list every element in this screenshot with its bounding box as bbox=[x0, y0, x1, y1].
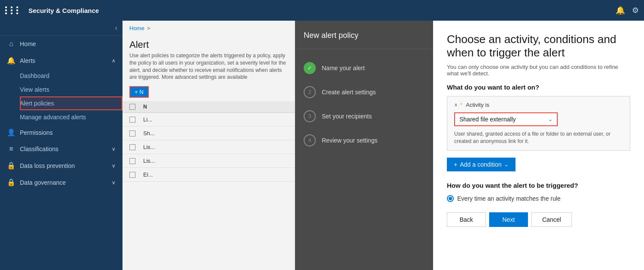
main-content: Home > Alert Use alert policies to categ… bbox=[123, 21, 644, 270]
trigger-title: How do you want the alert to be triggere… bbox=[447, 182, 630, 189]
row-checkbox-5[interactable] bbox=[129, 172, 135, 178]
wizard-step-recipients[interactable]: 3 Set your recipients bbox=[295, 104, 433, 128]
breadcrumb: Home > bbox=[123, 21, 295, 36]
wizard-step-name[interactable]: ✓ Name your alert bbox=[295, 56, 433, 80]
row-checkbox-3[interactable] bbox=[129, 144, 135, 150]
row-name-3: Lis... bbox=[143, 144, 288, 150]
breadcrumb-separator: > bbox=[147, 25, 151, 31]
sidebar-label-alerts: Alerts bbox=[20, 57, 35, 64]
lock-icon: 🔒 bbox=[7, 161, 16, 170]
manage-advanced-label: Manage advanced alerts bbox=[20, 114, 86, 121]
alert-table: N Li... Sh... Lis... Lis... bbox=[123, 101, 295, 270]
breadcrumb-home[interactable]: Home bbox=[129, 25, 145, 31]
right-panel: Choose an activity, conditions and when … bbox=[433, 21, 644, 270]
sidebar-label-governance: Data governance bbox=[20, 179, 66, 186]
trigger-radio-button[interactable] bbox=[447, 195, 454, 202]
row-name-5: El... bbox=[143, 171, 288, 178]
sidebar-label-home: Home bbox=[20, 40, 36, 47]
step-label-name: Name your alert bbox=[322, 65, 365, 71]
trigger-option-label: Every time an activity matches the rule bbox=[457, 195, 561, 202]
alert-policies-label: Alert policies bbox=[20, 100, 54, 107]
chevron-up-icon: ∧ bbox=[112, 58, 116, 64]
alert-list-desc: Use alert policies to categorize the ale… bbox=[129, 52, 288, 81]
collapse-icon[interactable]: ‹ bbox=[115, 24, 117, 32]
what-label: What do you want to alert on? bbox=[447, 84, 630, 91]
sidebar-item-dlp[interactable]: 🔒 Data loss prevention ∨ bbox=[0, 157, 123, 174]
add-condition-chevron-icon: ⌄ bbox=[504, 161, 509, 168]
alert-list-toolbar: + N bbox=[123, 83, 295, 101]
name-column-header: N bbox=[143, 104, 288, 110]
sidebar-item-alerts[interactable]: 🔔 Alerts ∧ bbox=[0, 52, 123, 69]
right-panel-title: Choose an activity, conditions and when … bbox=[447, 33, 630, 59]
row-checkbox-4[interactable] bbox=[129, 158, 135, 164]
step-circle-recipients: 3 bbox=[304, 110, 316, 122]
wizard-panel: New alert policy ✓ Name your alert 2 Cre… bbox=[295, 21, 433, 270]
sidebar-label-classifications: Classifications bbox=[20, 146, 58, 152]
sidebar-item-dashboard[interactable]: Dashboard bbox=[20, 69, 123, 83]
alert-list-panel: Home > Alert Use alert policies to categ… bbox=[123, 21, 295, 270]
bell-icon[interactable]: 🔔 bbox=[616, 6, 625, 15]
activity-is-label: Activity is bbox=[466, 102, 489, 108]
wizard-steps: ✓ Name your alert 2 Create alert setting… bbox=[295, 49, 433, 270]
sidebar-item-home[interactable]: ⌂ Home bbox=[0, 36, 123, 52]
wizard-step-settings[interactable]: 2 Create alert settings bbox=[295, 80, 433, 104]
trigger-radio-option[interactable]: Every time an activity matches the rule bbox=[447, 195, 630, 202]
table-row: Lis... bbox=[123, 154, 295, 168]
app-title: Security & Compliance bbox=[28, 7, 610, 14]
activity-dropdown[interactable]: Shared file externally ⌄ bbox=[454, 112, 558, 126]
selected-activity-text: Shared file externally bbox=[459, 116, 516, 123]
activity-chevron-icon: ∧ bbox=[454, 102, 458, 108]
wizard-step-review[interactable]: 4 Review your settings bbox=[295, 128, 433, 152]
new-alert-button[interactable]: + N bbox=[129, 86, 149, 98]
required-star: * bbox=[460, 102, 462, 108]
sidebar-item-governance[interactable]: 🔒 Data governance ∨ bbox=[0, 174, 123, 191]
person-icon: 👤 bbox=[7, 128, 16, 137]
right-panel-subtitle: You can only choose one activity but you… bbox=[447, 64, 630, 77]
row-name-4: Lis... bbox=[143, 158, 288, 164]
list-icon: ≡ bbox=[7, 145, 16, 153]
gear-icon[interactable]: ⚙ bbox=[632, 6, 639, 15]
alert-list-title: Alert bbox=[129, 39, 288, 50]
table-row: El... bbox=[123, 168, 295, 182]
footer-buttons: Back Next Cancel bbox=[447, 212, 630, 227]
dropdown-chevron-icon: ⌄ bbox=[548, 116, 553, 122]
step-circle-review: 4 bbox=[304, 134, 316, 146]
next-button[interactable]: Next bbox=[489, 212, 528, 227]
table-row: Li... bbox=[123, 113, 295, 127]
alerts-submenu: Dashboard View alerts Alert policies Man… bbox=[0, 69, 123, 124]
grid-icon[interactable] bbox=[5, 6, 21, 14]
sidebar-item-permissions[interactable]: 👤 Permissions bbox=[0, 124, 123, 141]
alerts-icon: 🔔 bbox=[7, 56, 16, 65]
view-alerts-label: View alerts bbox=[20, 86, 49, 93]
step-label-review: Review your settings bbox=[322, 137, 377, 144]
step-circle-name: ✓ bbox=[304, 62, 316, 74]
wizard-title: New alert policy bbox=[295, 21, 433, 49]
step-label-recipients: Set your recipients bbox=[322, 113, 372, 120]
step-label-settings: Create alert settings bbox=[322, 89, 376, 96]
home-icon: ⌂ bbox=[7, 40, 16, 48]
row-checkbox-2[interactable] bbox=[129, 130, 135, 137]
select-all-checkbox[interactable] bbox=[129, 104, 135, 110]
row-name-2: Sh... bbox=[143, 130, 288, 137]
back-button[interactable]: Back bbox=[447, 212, 486, 227]
sidebar-item-classifications[interactable]: ≡ Classifications ∨ bbox=[0, 141, 123, 157]
sidebar: ‹ ⌂ Home 🔔 Alerts ∧ Dashboard View alert… bbox=[0, 21, 123, 270]
dashboard-label: Dashboard bbox=[20, 72, 50, 79]
sidebar-item-manage-advanced[interactable]: Manage advanced alerts bbox=[20, 110, 123, 124]
row-checkbox-1[interactable] bbox=[129, 117, 135, 123]
cancel-button[interactable]: Cancel bbox=[531, 212, 572, 227]
activity-header: ∧ * Activity is bbox=[454, 102, 623, 108]
step-circle-settings: 2 bbox=[304, 86, 316, 98]
add-condition-button[interactable]: + Add a condition ⌄ bbox=[447, 158, 515, 171]
chevron-down-icon: ∨ bbox=[112, 146, 116, 152]
activity-hint: User shared, granted access of a file or… bbox=[454, 130, 623, 145]
checkbox-header bbox=[129, 104, 143, 110]
sidebar-item-view-alerts[interactable]: View alerts bbox=[20, 83, 123, 96]
chevron-down-gov-icon: ∨ bbox=[112, 180, 116, 186]
activity-box: ∧ * Activity is Shared file externally ⌄… bbox=[447, 96, 630, 151]
sidebar-item-alert-policies[interactable]: Alert policies bbox=[20, 96, 123, 110]
table-row: Sh... bbox=[123, 127, 295, 140]
sidebar-label-permissions: Permissions bbox=[20, 129, 53, 136]
alert-list-header: Alert Use alert policies to categorize t… bbox=[123, 36, 295, 83]
table-row: Lis... bbox=[123, 140, 295, 154]
